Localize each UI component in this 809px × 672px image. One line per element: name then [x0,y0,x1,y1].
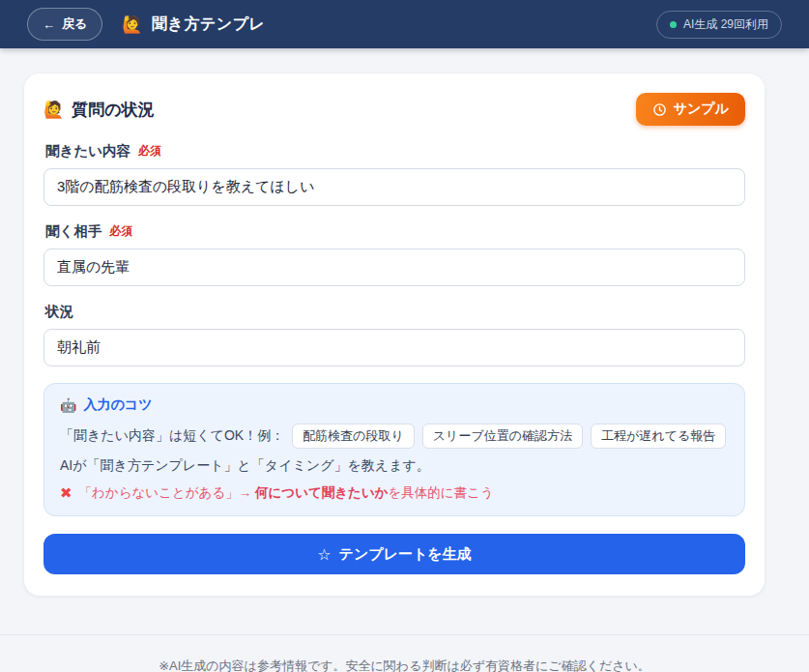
required-badge: 必須 [138,143,161,160]
card-title: 🙋 質問の状況 [43,99,155,121]
back-button[interactable]: ← 戻る [27,8,102,41]
robot-icon: 🤖 [60,397,76,413]
top-bar: ← 戻る 🙋 聞き方テンプレ AI生成 29回利用 [0,0,809,48]
raising-hand-icon: 🙋 [122,15,143,35]
tips-warning: ✖ 「わからないことがある」→ 何について聞きたいかを具体的に書こう [60,484,729,502]
star-icon: ☆ [317,545,331,564]
sample-button[interactable]: サンプル [636,93,745,126]
clock-icon [652,102,667,117]
app-title: 🙋 聞き方テンプレ [122,15,265,35]
field-label-person: 聞く相手 必須 [45,222,743,241]
tips-warning-text: 「わからないことがある」→ 何について聞きたいかを具体的に書こう [79,484,494,502]
warning-bold: 何について聞きたいか [255,485,389,500]
card-header: 🙋 質問の状況 サンプル [43,93,745,126]
topic-input[interactable] [43,168,745,206]
generate-button-label: テンプレートを生成 [339,545,472,564]
tips-explanation: AIが「聞き方テンプレート」と「タイミング」を教えます。 [60,457,729,475]
cross-icon: ✖ [60,484,72,502]
situation-input[interactable] [43,329,745,366]
footer-disclaimer: ※AI生成の内容は参考情報です。安全に関わる判断は必ず有資格者にご確認ください。 [159,658,650,672]
question-form-card: 🙋 質問の状況 サンプル 聞きたい内容 必須 聞く相手 必須 状況 🤖 入力のコ… [24,73,765,596]
field-label-text: 聞く相手 [45,222,101,241]
field-label-text: 聞きたい内容 [45,142,130,161]
sample-button-label: サンプル [674,101,729,118]
input-tips-box: 🤖 入力のコツ 「聞きたい内容」は短くてOK！例： 配筋検査の段取り スリーブ位… [43,383,745,516]
field-label-text: 状況 [45,303,73,321]
page-title: 聞き方テンプレ [152,15,265,35]
ai-usage-label: AI生成 29回利用 [683,16,768,33]
warning-post: を具体的に書こう [389,485,494,500]
back-button-label: 戻る [62,15,87,33]
tips-examples-prefix: 「聞きたい内容」は短くてOK！例： [60,427,284,445]
field-label-situation: 状況 [45,303,743,321]
card-heading: 質問の状況 [72,99,154,121]
status-dot-icon [670,21,677,28]
field-label-topic: 聞きたい内容 必須 [45,142,743,161]
example-chip: 配筋検査の段取り [292,424,415,449]
footer: ※AI生成の内容は参考情報です。安全に関わる判断は必ず有資格者にご確認ください。 [0,634,809,672]
example-chip: スリーブ位置の確認方法 [422,424,583,449]
back-arrow-icon: ← [43,18,55,31]
tips-examples-line: 「聞きたい内容」は短くてOK！例： 配筋検査の段取り スリーブ位置の確認方法 工… [60,424,729,449]
example-chip: 工程が遅れてる報告 [591,424,726,449]
person-input[interactable] [43,248,745,286]
generate-template-button[interactable]: ☆ テンプレートを生成 [43,534,745,574]
ai-usage-badge: AI生成 29回利用 [656,11,782,39]
required-badge: 必須 [109,223,132,240]
tips-title: 🤖 入力のコツ [60,396,729,414]
raising-hand-icon: 🙋 [43,100,64,120]
warning-pre: 「わからないことがある」→ [79,485,255,500]
tips-title-text: 入力のコツ [83,396,152,414]
